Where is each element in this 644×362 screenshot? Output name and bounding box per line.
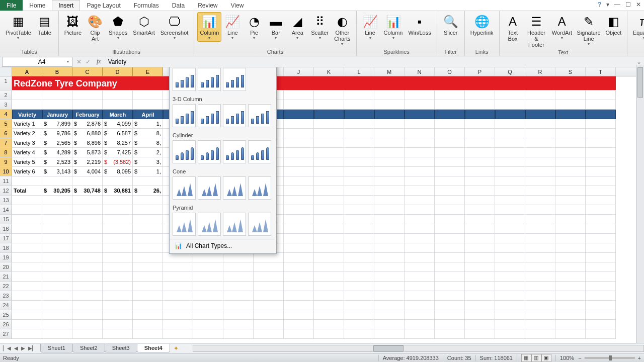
cell[interactable] <box>405 320 435 329</box>
cell[interactable] <box>495 215 525 224</box>
cell[interactable] <box>405 224 435 234</box>
cell[interactable] <box>284 90 314 100</box>
cell[interactable] <box>405 129 435 138</box>
cell[interactable]: $ 3,143 <box>42 167 72 176</box>
cell[interactable] <box>495 320 525 329</box>
cell[interactable] <box>555 282 586 291</box>
cell[interactable] <box>42 320 72 329</box>
cell[interactable] <box>465 100 495 110</box>
cell[interactable] <box>72 301 103 310</box>
cell[interactable] <box>344 301 374 310</box>
cell[interactable] <box>193 282 223 291</box>
cell[interactable] <box>344 282 374 291</box>
cell[interactable] <box>12 100 42 110</box>
cell[interactable] <box>344 262 374 272</box>
chart-type-option[interactable] <box>223 68 246 91</box>
cell[interactable] <box>374 215 405 224</box>
cell[interactable] <box>555 262 586 272</box>
cell[interactable] <box>435 148 465 157</box>
cell[interactable] <box>344 224 374 234</box>
tab-data[interactable]: Data <box>166 0 191 11</box>
cell[interactable]: $ 1, <box>133 119 163 129</box>
cell[interactable] <box>374 320 405 329</box>
cell[interactable] <box>72 100 103 110</box>
cell[interactable] <box>42 176 72 186</box>
cell[interactable]: $ 7,899 <box>42 119 72 129</box>
cell[interactable] <box>103 176 133 186</box>
cell[interactable] <box>12 291 42 301</box>
new-sheet-icon[interactable]: ✦ <box>170 345 183 352</box>
cell[interactable] <box>586 100 616 110</box>
cell[interactable] <box>465 205 495 215</box>
cell[interactable] <box>586 291 616 301</box>
cell[interactable] <box>495 100 525 110</box>
column-header[interactable]: L <box>344 67 374 76</box>
cell[interactable] <box>465 196 495 205</box>
cell[interactable]: $ 8,095 <box>103 167 133 176</box>
cell[interactable] <box>133 329 163 339</box>
cell[interactable] <box>374 224 405 234</box>
cell[interactable] <box>103 224 133 234</box>
row-header[interactable]: 11 <box>0 176 12 186</box>
cell[interactable] <box>525 100 555 110</box>
cell[interactable] <box>555 167 586 176</box>
cell[interactable] <box>314 224 344 234</box>
cell[interactable] <box>495 310 525 320</box>
cell[interactable] <box>374 234 405 243</box>
row-header[interactable]: 5 <box>0 119 12 129</box>
cell[interactable] <box>435 301 465 310</box>
cell[interactable]: RedZone Tyre Company <box>12 76 163 90</box>
cell[interactable] <box>495 76 525 90</box>
cell[interactable] <box>405 262 435 272</box>
cell[interactable] <box>314 176 344 186</box>
cell[interactable] <box>314 329 344 339</box>
zoom-percent[interactable]: 100% <box>555 355 578 361</box>
cell[interactable]: Variety 4 <box>12 148 42 157</box>
cell[interactable] <box>314 262 344 272</box>
row-header[interactable]: 18 <box>0 243 12 253</box>
cell[interactable] <box>405 186 435 196</box>
cell[interactable] <box>525 167 555 176</box>
cell[interactable] <box>72 291 103 301</box>
tab-file[interactable]: File <box>0 0 23 11</box>
row-header[interactable]: 14 <box>0 205 12 215</box>
cell[interactable]: $ 30,205 <box>42 186 72 196</box>
column-header[interactable]: N <box>405 67 435 76</box>
cell[interactable]: $ 26, <box>133 186 163 196</box>
formula-input[interactable] <box>105 57 634 66</box>
cell[interactable]: Variety 5 <box>12 157 42 167</box>
cell[interactable] <box>344 167 374 176</box>
cell[interactable] <box>254 262 284 272</box>
cell[interactable] <box>12 234 42 243</box>
cell[interactable] <box>284 301 314 310</box>
cell[interactable] <box>314 110 344 119</box>
cell[interactable] <box>525 176 555 186</box>
cell[interactable] <box>284 205 314 215</box>
cell[interactable] <box>525 310 555 320</box>
row-header[interactable]: 25 <box>0 310 12 320</box>
cell[interactable] <box>374 110 405 119</box>
cell[interactable]: Variety 3 <box>12 138 42 148</box>
chart-type-option[interactable] <box>248 140 271 163</box>
cell[interactable] <box>374 90 405 100</box>
pivottable-button[interactable]: ▦PivotTable▾ <box>3 12 34 42</box>
cell[interactable] <box>555 148 586 157</box>
cell[interactable] <box>525 272 555 282</box>
column-header[interactable]: T <box>586 67 616 76</box>
cell[interactable] <box>525 224 555 234</box>
cell[interactable] <box>555 272 586 282</box>
cell[interactable]: $ 2,565 <box>42 138 72 148</box>
cell[interactable] <box>133 310 163 320</box>
cell[interactable] <box>495 272 525 282</box>
cell[interactable] <box>163 301 193 310</box>
cell[interactable] <box>42 329 72 339</box>
select-all-corner[interactable] <box>0 67 12 76</box>
cell[interactable] <box>163 262 193 272</box>
cell[interactable]: February <box>72 110 103 119</box>
row-header[interactable]: 27 <box>0 329 12 339</box>
cell[interactable] <box>42 234 72 243</box>
cell[interactable] <box>435 205 465 215</box>
cell[interactable] <box>284 167 314 176</box>
cell[interactable] <box>435 282 465 291</box>
cell[interactable]: Total <box>12 186 42 196</box>
